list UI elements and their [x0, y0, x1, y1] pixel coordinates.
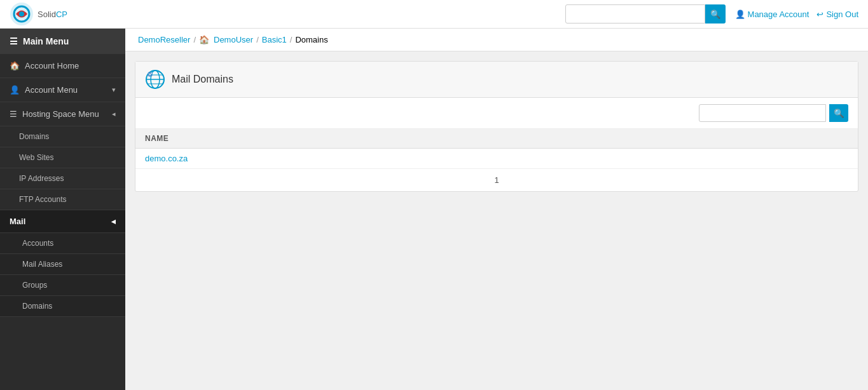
domain-search-button[interactable]: 🔍	[829, 104, 848, 122]
hosting-icon: ☰	[10, 109, 17, 119]
panel-toolbar: 🔍	[135, 98, 858, 129]
menu-icon: ☰	[10, 36, 18, 46]
chevron-left-icon: ◂	[112, 110, 116, 118]
sidebar-item-accounts[interactable]: Accounts	[0, 233, 125, 254]
breadcrumb-demouser[interactable]: DemoUser	[214, 35, 253, 44]
main-menu-header: ☰ Main Menu	[0, 29, 125, 54]
sidebar-item-mail-domains[interactable]: Domains	[0, 296, 125, 317]
breadcrumb-basic1[interactable]: Basic1	[262, 35, 287, 44]
domains-table-container: NAME demo.co.za 1	[135, 129, 858, 191]
pagination-count: 1	[494, 175, 499, 185]
table-row: demo.co.za	[135, 149, 858, 169]
breadcrumb-sep-2: /	[256, 35, 259, 44]
sidebar-item-ip-addresses[interactable]: IP Addresses	[0, 168, 125, 189]
sidebar-item-hosting-space-menu[interactable]: ☰ Hosting Space Menu ◂	[0, 102, 125, 126]
table-cell-domain: demo.co.za	[135, 149, 858, 169]
svg-point-8	[148, 72, 153, 77]
logo-cp-text: CP	[56, 10, 67, 19]
sidebar-item-mail-aliases[interactable]: Mail Aliases	[0, 254, 125, 275]
pagination: 1	[135, 169, 858, 191]
main-content: DemoReseller / 🏠 DemoUser / Basic1 / Dom…	[125, 29, 868, 390]
sidebar: ☰ Main Menu 🏠 Account Home 👤 Account Men…	[0, 29, 125, 390]
logo-solid-text: Solid	[38, 10, 56, 19]
table-header-row: NAME	[135, 129, 858, 149]
global-search-input[interactable]	[565, 4, 705, 24]
logo-icon	[10, 2, 34, 26]
home-icon: 🏠	[10, 61, 20, 71]
layout: ☰ Main Menu 🏠 Account Home 👤 Account Men…	[0, 29, 868, 390]
logo: SolidCP	[10, 2, 67, 26]
sidebar-item-groups[interactable]: Groups	[0, 275, 125, 296]
mail-chevron-left-icon: ◂	[111, 217, 116, 226]
global-search: 🔍	[565, 4, 726, 24]
chevron-down-icon: ▾	[112, 86, 116, 94]
global-search-button[interactable]: 🔍	[705, 4, 726, 24]
breadcrumb-sep-1: /	[193, 35, 196, 44]
svg-point-2	[19, 11, 24, 17]
top-links: 👤 Manage Account ↩ Sign Out	[735, 10, 858, 19]
signout-icon: ↩	[816, 10, 823, 19]
sidebar-item-ftp-accounts[interactable]: FTP Accounts	[0, 189, 125, 210]
domain-link[interactable]: demo.co.za	[145, 154, 188, 163]
mail-domains-icon	[145, 69, 165, 90]
breadcrumb: DemoReseller / 🏠 DemoUser / Basic1 / Dom…	[125, 29, 868, 51]
breadcrumb-home-icon: 🏠	[199, 35, 209, 44]
sign-out-link[interactable]: ↩ Sign Out	[816, 10, 858, 19]
breadcrumb-domains: Domains	[295, 35, 327, 44]
sidebar-item-account-home[interactable]: 🏠 Account Home	[0, 54, 125, 78]
top-right-section: 🔍 👤 Manage Account ↩ Sign Out	[565, 4, 858, 24]
account-icon: 👤	[10, 85, 20, 95]
manage-account-link[interactable]: 👤 Manage Account	[735, 10, 809, 19]
user-icon: 👤	[735, 10, 745, 19]
panel-title: Mail Domains	[172, 74, 233, 85]
domains-table: NAME demo.co.za	[135, 129, 858, 169]
sidebar-item-websites[interactable]: Web Sites	[0, 147, 125, 168]
sidebar-item-account-menu[interactable]: 👤 Account Menu ▾	[0, 78, 125, 102]
mail-domains-panel: Mail Domains 🔍 NAME	[135, 61, 858, 192]
sidebar-item-domains[interactable]: Domains	[0, 126, 125, 147]
top-navbar: SolidCP 🔍 👤 Manage Account ↩ Sign Out	[0, 0, 868, 29]
panel-header: Mail Domains	[135, 62, 858, 98]
breadcrumb-demoreseller[interactable]: DemoReseller	[138, 35, 190, 44]
sidebar-mail-section[interactable]: Mail ◂	[0, 210, 125, 233]
breadcrumb-sep-3: /	[290, 35, 293, 44]
column-name: NAME	[135, 129, 858, 149]
domain-search-input[interactable]	[699, 104, 826, 122]
